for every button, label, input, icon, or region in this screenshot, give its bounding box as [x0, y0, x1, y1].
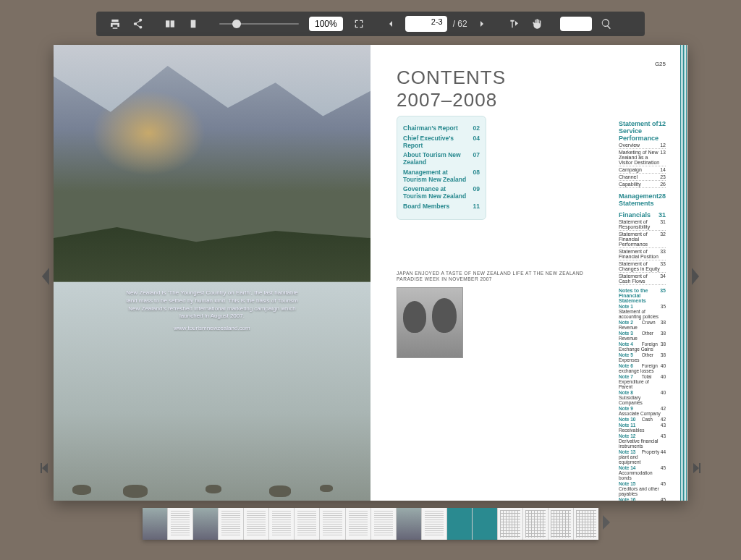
text-select-icon[interactable] [505, 15, 522, 33]
prev-page-icon[interactable] [382, 15, 399, 33]
thumb-page[interactable] [345, 508, 370, 540]
thumb-page[interactable] [192, 508, 218, 540]
toc-note[interactable]: Note 3 Other Revenue38 [619, 330, 666, 341]
toc-note[interactable]: Note 11 Receivables43 [619, 422, 666, 433]
thumb-page[interactable] [243, 508, 268, 540]
thumb-page[interactable] [573, 508, 598, 540]
first-page-corner[interactable] [39, 462, 49, 475]
search-icon[interactable] [598, 15, 615, 33]
single-page-icon[interactable] [185, 15, 202, 33]
notes-header: Notes to the Financial Statements35 [619, 288, 666, 303]
contents-word: CONTENTS [397, 67, 666, 89]
toc-note[interactable]: Note 15 Creditors and other payables45 [619, 480, 666, 496]
toc-note[interactable]: Note 10 Cash42 [619, 416, 666, 422]
thumb-page[interactable] [446, 508, 472, 540]
toc-sub[interactable]: Overview12 [619, 142, 666, 149]
spread-view-icon[interactable] [161, 15, 179, 33]
toc-sub[interactable]: Statement of Changes in Equity33 [619, 260, 666, 273]
print-icon[interactable] [106, 15, 124, 33]
contents-tab-box: Chairman’s Report02Chief Executive’s Rep… [397, 116, 486, 220]
nav-prev-arrow[interactable] [39, 266, 52, 287]
thumb-page[interactable] [370, 508, 396, 540]
haka-photo [397, 287, 463, 358]
thumb-page[interactable] [143, 508, 167, 540]
toc-sub[interactable]: Statement of Financial Performance32 [619, 231, 666, 248]
toc-note[interactable]: Note 1 Statement of accounting policies3… [619, 303, 666, 319]
thumb-page[interactable] [268, 508, 294, 540]
left-page: ‘Youngest Country’ New Zealand is ‘The Y… [54, 45, 370, 501]
toc-note[interactable]: Note 9 Associate Company42 [619, 405, 666, 416]
main-toc: Statement of Service Performance12Overvi… [619, 116, 666, 501]
zoom-level: 100% [309, 17, 343, 31]
toc-tab-row[interactable]: Chairman’s Report02 [403, 125, 480, 132]
left-body: New Zealand is ‘The Youngest Country on … [125, 289, 299, 321]
toc-tab-row[interactable]: Management at Tourism New Zealand08 [403, 169, 480, 184]
thumb-page[interactable] [294, 508, 319, 540]
toc-sub[interactable]: Statement of Cash Flows34 [619, 273, 666, 285]
toc-sub[interactable]: Capability26 [619, 181, 666, 188]
toc-note[interactable]: Note 6 Foreign exchange losses40 [619, 362, 666, 373]
thumb-page[interactable] [218, 508, 243, 540]
zoom-slider[interactable] [219, 23, 299, 25]
next-page-icon[interactable] [473, 15, 491, 33]
left-url: www.tourismnewzealand.com [54, 325, 370, 331]
toc-sub[interactable]: Campaign14 [619, 166, 666, 174]
toc-section[interactable]: Management Statements28 [619, 192, 666, 207]
toc-note[interactable]: Note 12 Derivative financial instruments… [619, 433, 666, 449]
svg-rect-2 [191, 20, 196, 28]
thumb-page[interactable] [396, 508, 421, 540]
toc-note[interactable]: Note 8 Subsidiary Companies40 [619, 389, 666, 405]
share-icon[interactable] [130, 15, 147, 33]
toc-note[interactable]: Note 14 Accommodation bonds45 [619, 464, 666, 480]
toc-note[interactable]: Note 13 Property plant and equipment44 [619, 449, 666, 464]
toc-tab-row[interactable]: Board Members11 [403, 203, 480, 211]
contents-year: 2007–2008 [397, 89, 666, 111]
toc-note[interactable]: Note 5 Other Expenses38 [619, 352, 666, 362]
toc-note[interactable]: Note 16 Employee entitlements45 [619, 496, 666, 501]
toc-note[interactable]: Note 4 Foreign Exchange Gains38 [619, 341, 666, 352]
right-page: G25 CONTENTS 2007–2008 Chairman’s Report… [370, 45, 687, 501]
thumb-page[interactable] [319, 508, 344, 540]
page-input[interactable]: 2-3 [405, 16, 447, 32]
page-total: / 62 [453, 19, 467, 29]
page-spread: ‘Youngest Country’ New Zealand is ‘The Y… [54, 45, 687, 501]
toc-tab-row[interactable]: About Tourism New Zealand07 [403, 152, 480, 166]
toc-sub[interactable]: Marketing of New Zealand as a Visitor De… [619, 149, 666, 166]
thumb-page[interactable] [548, 508, 573, 540]
viewer-toolbar: 100% 2-3 / 62 [96, 12, 645, 36]
toc-note[interactable]: Note 2 Crown Revenue38 [619, 319, 666, 330]
fullscreen-icon[interactable] [350, 15, 368, 33]
toc-section[interactable]: Financials31 [619, 211, 666, 219]
svg-rect-1 [171, 20, 174, 27]
toc-sub[interactable]: Statement of Financial Position33 [619, 248, 666, 260]
contents-title: CONTENTS 2007–2008 [397, 67, 666, 111]
left-headline: ‘Youngest Country’ [54, 259, 370, 281]
thumb-page[interactable] [472, 508, 497, 540]
search-input[interactable] [560, 17, 592, 31]
nav-next-arrow[interactable] [689, 266, 702, 287]
thumbnail-strip[interactable] [143, 508, 598, 540]
toc-sub[interactable]: Statement of Responsibility31 [619, 219, 666, 231]
thumb-page[interactable] [522, 508, 548, 540]
toc-sub[interactable]: Channel23 [619, 174, 666, 181]
doc-code: G25 [655, 61, 666, 67]
last-page-corner[interactable] [692, 462, 702, 475]
mountain-photo: ‘Youngest Country’ New Zealand is ‘The Y… [54, 45, 370, 501]
hand-tool-icon[interactable] [528, 15, 546, 33]
japan-caption: Japan enjoyed a taste of New Zealand lif… [397, 271, 610, 284]
page-stage: ‘Youngest Country’ New Zealand is ‘The Y… [54, 45, 687, 501]
svg-rect-0 [166, 20, 169, 27]
thumb-page[interactable] [421, 508, 446, 540]
toc-section[interactable]: Statement of Service Performance12 [619, 120, 666, 142]
thumb-page[interactable] [167, 508, 192, 540]
toc-tab-row[interactable]: Chief Executive’s Report04 [403, 135, 480, 150]
thumb-page[interactable] [497, 508, 522, 540]
thumbs-next-icon[interactable] [601, 514, 612, 534]
toc-note[interactable]: Note 7 Total Expenditure of Parent40 [619, 373, 666, 389]
toc-tab-row[interactable]: Governance at Tourism New Zealand09 [403, 186, 480, 200]
